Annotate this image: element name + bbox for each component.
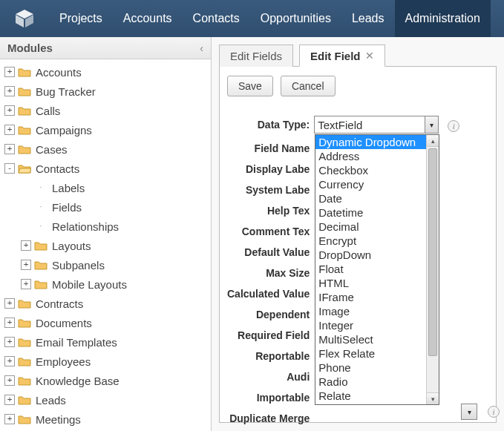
dropdown-option[interactable]: HTML xyxy=(315,276,426,290)
tree-item-mobile-layouts[interactable]: +Mobile Layouts xyxy=(4,274,211,294)
tree-item-label: Accounts xyxy=(36,66,82,79)
data-type-dropdown[interactable]: Dynamic DropdownAddressCheckboxCurrencyD… xyxy=(315,134,439,405)
tree-item-layouts[interactable]: +Layouts xyxy=(4,236,211,255)
tree-item-contracts[interactable]: +Contracts xyxy=(4,294,211,313)
dropdown-option[interactable]: MultiSelect xyxy=(315,332,426,346)
chevron-down-icon[interactable]: ▾ xyxy=(425,116,438,133)
dropdown-option[interactable]: Relate xyxy=(315,389,426,403)
data-type-select[interactable]: TextField ▾ Dynamic DropdownAddressCheck… xyxy=(314,116,439,134)
tree-item-documents[interactable]: +Documents xyxy=(4,313,211,332)
expand-icon[interactable]: + xyxy=(4,414,15,424)
expand-icon[interactable]: + xyxy=(4,318,15,328)
tree-item-leads[interactable]: +Leads xyxy=(4,390,211,409)
info-icon[interactable]: i xyxy=(448,120,459,132)
button-row: Save Cancel xyxy=(227,76,488,96)
duplicate-merge-select-arrow[interactable]: ▾ xyxy=(461,404,477,420)
dropdown-option[interactable]: Integer xyxy=(315,318,426,332)
dropdown-option[interactable]: TextArea xyxy=(315,403,426,404)
dropdown-option[interactable]: Date xyxy=(315,191,426,205)
form-label: Duplicate Merge xyxy=(227,408,314,429)
nav-item-projects[interactable]: Projects xyxy=(49,0,113,37)
expand-icon[interactable]: + xyxy=(4,125,15,135)
tree-item-relationships[interactable]: ·Relationships xyxy=(4,217,211,236)
leaf-bullet-icon: · xyxy=(34,221,48,231)
dropdown-option[interactable]: Decimal xyxy=(315,220,426,234)
tree-item-meetings[interactable]: +Meetings xyxy=(4,409,211,429)
dropdown-option[interactable]: Phone xyxy=(315,361,426,375)
tree-item-knowledge-base[interactable]: +Knowledge Base xyxy=(4,371,211,390)
tree-item-accounts[interactable]: +Accounts xyxy=(4,62,211,82)
dropdown-option[interactable]: Encrypt xyxy=(315,234,426,248)
expand-icon[interactable]: + xyxy=(4,144,15,154)
expand-icon[interactable]: + xyxy=(21,240,31,251)
tree-item-email-templates[interactable]: +Email Templates xyxy=(4,332,211,352)
folder-icon xyxy=(34,279,48,290)
dropdown-scrollbar[interactable]: ▴ ▾ xyxy=(426,135,439,404)
dropdown-option[interactable]: Currency xyxy=(315,177,426,191)
save-button[interactable]: Save xyxy=(227,76,273,96)
folder-icon xyxy=(18,375,31,386)
dropdown-option[interactable]: IFrame xyxy=(315,290,426,304)
dropdown-option[interactable]: Address xyxy=(315,149,426,163)
tab-label: Edit Fields xyxy=(230,50,282,62)
close-icon[interactable]: ✕ xyxy=(365,50,374,62)
tree-item-label: Labels xyxy=(52,182,85,194)
dropdown-option[interactable]: Datetime xyxy=(315,205,426,220)
nav-items: ProjectsAccountsContactsOpportunitiesLea… xyxy=(49,0,491,37)
leaf-bullet-icon: · xyxy=(34,202,48,212)
nav-item-administration[interactable]: Administration xyxy=(395,0,491,37)
nav-item-leads[interactable]: Leads xyxy=(341,0,395,37)
tree-item-campaigns[interactable]: +Campaigns xyxy=(4,120,211,139)
sidebar-title: Modules xyxy=(7,42,53,54)
sidebar-collapse-icon[interactable]: ‹ xyxy=(200,42,203,54)
dropdown-option[interactable]: DropDown xyxy=(315,248,426,262)
dropdown-option[interactable]: Flex Relate xyxy=(315,346,426,361)
dropdown-option[interactable]: Checkbox xyxy=(315,163,426,177)
nav-item-accounts[interactable]: Accounts xyxy=(113,0,183,37)
expand-icon[interactable]: + xyxy=(4,356,15,366)
scroll-thumb[interactable] xyxy=(428,148,437,356)
tab-label: Edit Field xyxy=(310,50,361,62)
form-label: System Labe xyxy=(227,180,314,200)
nav-item-opportunities[interactable]: Opportunities xyxy=(250,0,341,37)
expand-icon[interactable]: + xyxy=(4,395,15,405)
expand-icon[interactable]: + xyxy=(4,67,15,77)
scroll-down-icon[interactable]: ▾ xyxy=(427,392,439,404)
form-label: Importable xyxy=(227,387,314,408)
tree-item-employees[interactable]: +Employees xyxy=(4,352,211,371)
form-label: Field Name xyxy=(227,138,314,159)
tree-item-labels[interactable]: ·Labels xyxy=(4,178,211,197)
tree-item-label: Subpanels xyxy=(52,259,105,272)
dropdown-option[interactable]: Dynamic Dropdown xyxy=(315,135,426,149)
tab-edit-fields[interactable]: Edit Fields xyxy=(219,45,293,67)
cancel-button[interactable]: Cancel xyxy=(281,76,336,96)
collapse-icon[interactable]: - xyxy=(4,163,15,174)
expand-icon[interactable]: + xyxy=(4,105,15,116)
main-panel: Edit FieldsEdit Field✕ Save Cancel Data … xyxy=(212,37,504,431)
folder-icon xyxy=(18,414,31,425)
expand-icon[interactable]: + xyxy=(4,337,15,347)
dropdown-option[interactable]: Image xyxy=(315,304,426,318)
tree-item-label: Meetings xyxy=(36,413,81,426)
tree-item-cases[interactable]: +Cases xyxy=(4,139,211,159)
nav-item-contacts[interactable]: Contacts xyxy=(183,0,250,37)
info-icon[interactable]: i xyxy=(488,406,500,418)
tree-item-bug-tracker[interactable]: +Bug Tracker xyxy=(4,82,211,101)
expand-icon[interactable]: + xyxy=(4,86,15,96)
tree-item-subpanels[interactable]: +Subpanels xyxy=(4,255,211,274)
expand-icon[interactable]: + xyxy=(21,260,31,270)
expand-icon[interactable]: + xyxy=(21,279,31,289)
form-label: Comment Tex xyxy=(227,221,314,242)
tree-item-fields[interactable]: ·Fields xyxy=(4,197,211,217)
dropdown-option[interactable]: Radio xyxy=(315,375,426,389)
form-label: Display Labe xyxy=(227,159,314,180)
tree-item-label: Contracts xyxy=(36,297,83,310)
scroll-up-icon[interactable]: ▴ xyxy=(427,135,439,147)
expand-icon[interactable]: + xyxy=(4,298,15,309)
expand-icon[interactable]: + xyxy=(4,375,15,386)
data-type-value: TextField xyxy=(318,119,362,131)
tree-item-calls[interactable]: +Calls xyxy=(4,101,211,120)
dropdown-option[interactable]: Float xyxy=(315,262,426,276)
tab-edit-field[interactable]: Edit Field✕ xyxy=(299,45,385,67)
tree-item-contacts[interactable]: -Contacts xyxy=(4,159,211,178)
